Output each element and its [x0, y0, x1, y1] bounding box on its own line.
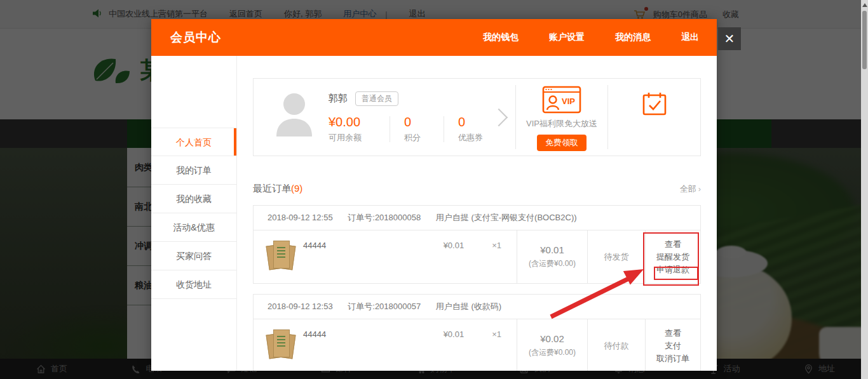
sidebar-item-my-favorites[interactable]: 我的收藏	[151, 185, 236, 213]
user-summary-card: 郭郭 普通会员 ¥0.00 可用余额	[253, 78, 701, 156]
vip-promo-text: VIP福利限免大放送	[526, 118, 597, 130]
vip-promo-section: VIP VIP福利限免大放送 免费领取	[516, 79, 607, 156]
svg-text:VIP: VIP	[562, 96, 575, 106]
order-status-cell: 待付款	[587, 319, 645, 371]
order-header: 2018-09-12 12:55 订单号:2018000058 用户自提 (支付…	[254, 206, 700, 230]
quantity: ×1	[492, 329, 501, 371]
vip-icon: VIP	[542, 86, 581, 114]
sidebar-item-my-orders[interactable]: 我的订单	[151, 156, 236, 185]
order-datetime: 2018-09-12 12:53	[268, 302, 333, 311]
free-claim-button[interactable]: 免费领取	[537, 135, 587, 151]
order-total: ¥0.02	[540, 333, 564, 344]
order-number: 订单号:2018000057	[348, 302, 421, 311]
stat-points[interactable]: 0 积分	[390, 115, 444, 143]
user-name: 郭郭	[329, 93, 348, 105]
order-delivery-method: 用户自提 (收款码)	[436, 302, 501, 311]
stat-coupons[interactable]: 0 优惠券	[444, 115, 483, 143]
screen: 中国农业线上营销第一平台 返回首页 你好, 郭郭 用户中心 | 退出 购物车0件…	[0, 0, 868, 379]
nav-account-settings[interactable]: 账户设置	[549, 32, 585, 43]
checkin-section[interactable]	[608, 79, 700, 156]
order-number: 订单号:2018000058	[348, 213, 421, 222]
modal-close-button[interactable]: ✕	[718, 27, 741, 50]
annotation-arrow	[527, 257, 654, 327]
nav-my-wallet[interactable]: 我的钱包	[483, 32, 519, 43]
sidebar-item-buyer-qa[interactable]: 买家问答	[151, 242, 236, 270]
sidebar-item-activities-discounts[interactable]: 活动&优惠	[151, 213, 236, 242]
chevron-right-icon: ›	[698, 184, 701, 194]
pay-order-link[interactable]: 支付	[665, 340, 681, 352]
recent-orders-title: 最近订单(9)	[253, 183, 302, 195]
member-level-badge: 普通会员	[355, 91, 398, 106]
product-name[interactable]: 44444	[303, 328, 326, 371]
nav-my-messages[interactable]: 我的消息	[615, 32, 651, 43]
modal-header: 会员中心 我的钱包 账户设置 我的消息 退出	[151, 19, 717, 56]
chevron-right-icon[interactable]	[490, 108, 508, 126]
user-info-section: 郭郭 普通会员 ¥0.00 可用余额	[254, 79, 515, 156]
quantity: ×1	[492, 241, 501, 283]
order-product-cell: 44444 ¥0.01 ×1	[254, 230, 517, 283]
recent-orders-count: (9)	[291, 183, 302, 194]
nav-logout[interactable]: 退出	[681, 32, 699, 43]
user-stats: ¥0.00 可用余额 0 积分	[329, 115, 483, 143]
modal-title: 会员中心	[170, 29, 221, 46]
sidebar-item-shipping-address[interactable]: 收货地址	[151, 270, 236, 299]
annotation-box-request-refund	[654, 267, 698, 280]
cancel-order-link[interactable]: 取消订单	[656, 352, 689, 365]
unit-price: ¥0.01	[444, 329, 465, 371]
sidebar-item-personal-home[interactable]: 个人首页	[151, 128, 236, 156]
order-delivery-method: 用户自提 (支付宝-网银支付(BOCB2C))	[436, 213, 577, 222]
order-status: 待付款	[604, 340, 629, 352]
view-all-orders-link[interactable]: 全部›	[680, 183, 701, 195]
view-order-link[interactable]: 查看	[665, 327, 681, 340]
product-thumbnail[interactable]	[268, 239, 294, 275]
avatar	[274, 90, 315, 156]
order-actions-cell: 查看 支付 取消订单	[645, 319, 700, 371]
product-name[interactable]: 44444	[303, 239, 326, 283]
scrollbar-thumb[interactable]	[862, 11, 867, 69]
order-product-cell: 44444 ¥0.01 ×1	[254, 319, 517, 371]
order-datetime: 2018-09-12 12:55	[268, 213, 333, 222]
recent-orders-header: 最近订单(9) 全部›	[253, 183, 701, 195]
modal-sidebar: 个人首页 我的订单 我的收藏 活动&优惠 买家问答 收货地址	[151, 56, 237, 371]
page-scrollbar[interactable]	[861, 0, 868, 379]
modal-nav: 我的钱包 账户设置 我的消息 退出	[483, 32, 699, 43]
order-total: ¥0.01	[540, 244, 564, 255]
product-thumbnail[interactable]	[268, 328, 294, 364]
calendar-check-icon	[642, 91, 667, 117]
freight-note: (含运费¥0.00)	[529, 347, 576, 358]
stat-balance[interactable]: ¥0.00 可用余额	[329, 115, 390, 143]
order-total-cell: ¥0.02 (含运费¥0.00)	[517, 319, 587, 371]
scrollbar-up-arrow[interactable]	[862, 3, 867, 7]
unit-price: ¥0.01	[444, 241, 465, 283]
